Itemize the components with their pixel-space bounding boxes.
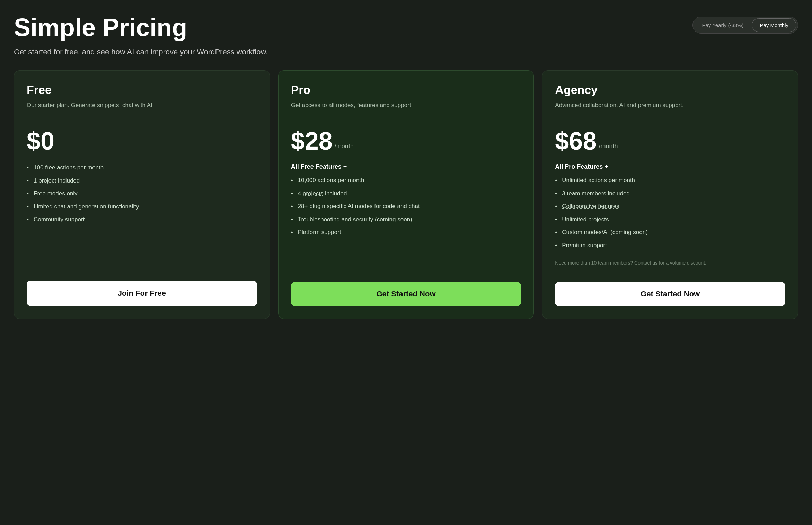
list-item: 28+ plugin specific AI modes for code an… bbox=[291, 202, 521, 211]
page-subtitle: Get started for free, and see how AI can… bbox=[14, 47, 798, 56]
agency-plan-price: $68 /month bbox=[555, 128, 785, 153]
list-item: 10,000 actions per month bbox=[291, 176, 521, 185]
agency-card-bottom: Get Started Now bbox=[555, 282, 785, 306]
free-price-amount: $0 bbox=[27, 128, 54, 153]
free-plan-card: Free Our starter plan. Generate snippets… bbox=[14, 70, 270, 319]
agency-plan-description: Advanced collaboration, AI and premium s… bbox=[555, 101, 785, 119]
agency-plan-card: Agency Advanced collaboration, AI and pr… bbox=[542, 70, 798, 319]
free-plan-description: Our starter plan. Generate snippets, cha… bbox=[27, 101, 257, 119]
list-item: Limited chat and generation functionalit… bbox=[27, 202, 257, 211]
page-header: Pay Yearly (-33%) Pay Monthly Simple Pri… bbox=[14, 14, 798, 56]
billing-toggle[interactable]: Pay Yearly (-33%) Pay Monthly bbox=[692, 17, 798, 34]
list-item: Platform support bbox=[291, 228, 521, 237]
pro-plan-description: Get access to all modes, features and su… bbox=[291, 101, 521, 119]
list-item: 100 free actions per month bbox=[27, 163, 257, 172]
list-item: Free modes only bbox=[27, 189, 257, 198]
list-item: Premium support bbox=[555, 241, 785, 250]
list-item: 4 projects included bbox=[291, 189, 521, 198]
pay-yearly-button[interactable]: Pay Yearly (-33%) bbox=[694, 18, 751, 32]
agency-features-label: All Pro Features + bbox=[555, 163, 785, 170]
list-item: Community support bbox=[27, 215, 257, 224]
free-features-list: 100 free actions per month 1 project inc… bbox=[27, 163, 257, 272]
pro-price-period: /month bbox=[335, 143, 354, 150]
pro-card-bottom: Get Started Now bbox=[291, 282, 521, 306]
list-item: 1 project included bbox=[27, 176, 257, 185]
pro-features-list: 10,000 actions per month 4 projects incl… bbox=[291, 176, 521, 274]
pro-plan-name: Pro bbox=[291, 83, 521, 97]
page-title: Simple Pricing bbox=[14, 14, 798, 41]
pro-plan-price: $28 /month bbox=[291, 128, 521, 153]
list-item: Unlimited projects bbox=[555, 215, 785, 224]
agency-volume-note: Need more than 10 team members? Contact … bbox=[555, 259, 785, 267]
pricing-grid: Free Our starter plan. Generate snippets… bbox=[14, 70, 798, 319]
list-item: 3 team members included bbox=[555, 189, 785, 198]
list-item: Custom modes/AI (coming soon) bbox=[555, 228, 785, 237]
free-plan-name: Free bbox=[27, 83, 257, 97]
agency-cta-button[interactable]: Get Started Now bbox=[555, 282, 785, 306]
pro-plan-card: Pro Get access to all modes, features an… bbox=[278, 70, 534, 319]
pro-features-label: All Free Features + bbox=[291, 163, 521, 170]
pro-price-amount: $28 bbox=[291, 128, 333, 153]
free-card-bottom: Join For Free bbox=[27, 281, 257, 306]
pro-cta-button[interactable]: Get Started Now bbox=[291, 282, 521, 306]
agency-features-list: Unlimited actions per month 3 team membe… bbox=[555, 176, 785, 254]
agency-price-period: /month bbox=[599, 143, 618, 150]
free-plan-price: $0 bbox=[27, 128, 257, 153]
list-item: Unlimited actions per month bbox=[555, 176, 785, 185]
agency-price-amount: $68 bbox=[555, 128, 597, 153]
list-item: Collaborative features bbox=[555, 202, 785, 211]
pay-monthly-button[interactable]: Pay Monthly bbox=[752, 18, 796, 32]
free-cta-button[interactable]: Join For Free bbox=[27, 281, 257, 306]
list-item: Troubleshooting and security (coming soo… bbox=[291, 215, 521, 224]
agency-plan-name: Agency bbox=[555, 83, 785, 97]
